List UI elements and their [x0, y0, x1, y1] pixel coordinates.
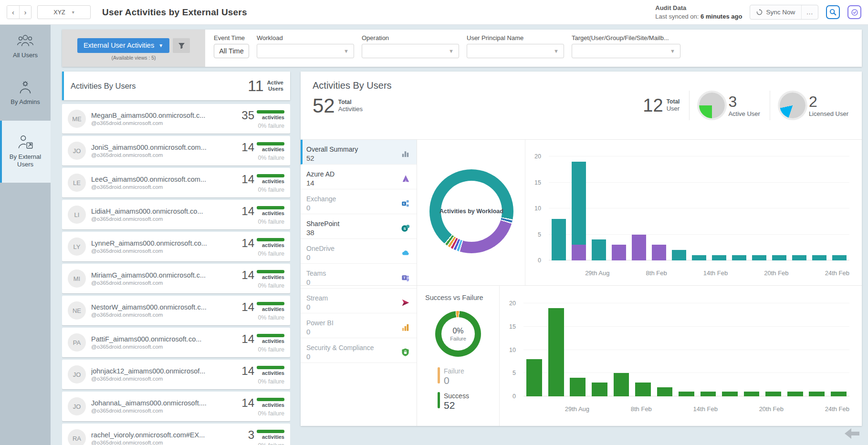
user-list-item[interactable]: JO JohannaL_aimams000.onmicrosoft.... @o… [62, 392, 290, 421]
failure-rate: 0% failure [241, 378, 284, 385]
chevron-down-icon: ▼ [449, 48, 454, 54]
workload-item-overall-summary[interactable]: Overall Summary52 [301, 140, 417, 165]
operation-filter: Operation ▼ [362, 34, 459, 67]
user-name: NestorW_aimams000.onmicrosoft.c... [91, 303, 236, 311]
chevron-down-icon: ▾ [72, 10, 74, 15]
avatar: JO [68, 142, 86, 160]
user-domain: @o365droid.onmicrosoft.com [91, 216, 236, 222]
workload-item-stream[interactable]: Stream0 [301, 289, 417, 313]
total-activities-value: 52 [313, 94, 335, 117]
user-list-item[interactable]: RA rachel_vioroly.onmicrosoft.com#EX... … [62, 424, 290, 445]
tenant-selector[interactable]: XYZ ▾ [37, 5, 91, 19]
activities-label: activities [262, 402, 284, 408]
last-synced: Last synced on: 6 minutes ago [655, 12, 742, 21]
divider [770, 91, 770, 120]
activity-bar [257, 238, 284, 241]
active-users-count: 11 [248, 77, 263, 95]
view-selector-button[interactable]: External User Activities▼ [77, 38, 169, 53]
target-dropdown[interactable]: ▼ [572, 44, 680, 58]
activities-by-workload-donut: Activities by Workload [429, 169, 513, 253]
failure-rate: 0% failure [241, 123, 284, 129]
activity-bar [257, 110, 284, 114]
user-list-item[interactable]: NE NestorW_aimams000.onmicrosoft.c... @o… [62, 296, 290, 325]
user-list-item[interactable]: MI MiriamG_aimams000.onmicrosoft.c... @o… [62, 264, 290, 293]
workload-filter: Workload ▼ [257, 34, 354, 67]
workload-item-power-bi[interactable]: Power BI0 [301, 313, 417, 338]
user-domain: @o365droid.onmicrosoft.com [91, 440, 243, 445]
user-list-item[interactable]: LY LynneR_aimams000.onmicrosoft.co... @o… [62, 232, 290, 261]
failure-rate: 0% failure [241, 218, 284, 225]
azure-ad-icon [401, 174, 410, 183]
upn-dropdown[interactable]: ▼ [467, 44, 564, 58]
target-filter: Target(User/Group/File/Site/Mailb... ▼ [572, 34, 680, 67]
user-domain: @o365droid.onmicrosoft.com [91, 376, 236, 382]
bar-chart-icon [401, 149, 410, 158]
sync-more-options-button[interactable]: ... [801, 5, 818, 19]
activities-label: activities [262, 434, 284, 440]
topbar: ‹ › XYZ ▾ User Activities by External Us… [0, 0, 868, 25]
user-list-item[interactable]: PA PattiF_aimams000.onmicrosoft.co... @o… [62, 328, 290, 357]
success-color-bar [438, 392, 440, 408]
activities-label: activities [262, 370, 284, 376]
workload-dropdown[interactable]: ▼ [257, 44, 354, 58]
user-activity-count: 14 [241, 269, 254, 282]
user-list-item[interactable]: LE LeeG_aimams000.onmicrosoft.com... @o3… [62, 168, 290, 197]
user-activity-count: 35 [241, 109, 254, 122]
user-name: LidiaH_aimams000.onmicrosoft.co... [91, 207, 236, 215]
user-name: rachel_vioroly.onmicrosoft.com#EX... [91, 431, 243, 439]
workload-item-sharepoint[interactable]: SharePoint38 S [301, 214, 417, 239]
active-user-label: Active User [728, 110, 760, 117]
workload-item-exchange[interactable]: Exchange0 E [301, 189, 417, 214]
activities-label: activities [262, 210, 284, 216]
divider [301, 285, 862, 286]
stream-icon [401, 298, 410, 307]
user-name: johnjack12_aimams000.onmicrosof... [91, 367, 236, 375]
activity-bar [257, 430, 284, 433]
powerbi-icon [401, 323, 410, 332]
failure-rate: 0% failure [241, 346, 284, 353]
activity-bar [257, 174, 284, 177]
operation-dropdown[interactable]: ▼ [362, 44, 459, 58]
chevron-down-icon: ▼ [554, 48, 559, 54]
user-activity-count: 14 [241, 332, 254, 346]
avatar: PA [68, 333, 86, 352]
chevron-down-icon: ▼ [158, 43, 163, 48]
avatar: LI [68, 206, 86, 224]
sidebar-item-all-users[interactable]: All Users [0, 25, 51, 66]
workload-item-onedrive[interactable]: OneDrive0 [301, 239, 417, 264]
user-list-item[interactable]: LI LidiaH_aimams000.onmicrosoft.co... @o… [62, 200, 290, 229]
clock-check-icon [851, 9, 858, 16]
workload-item-azure-ad[interactable]: Azure AD14 [301, 165, 417, 189]
avatar: ME [68, 110, 86, 128]
legend-failure: Failure 0 [438, 367, 469, 386]
user-activity-count: 14 [241, 396, 254, 410]
operation-filter-label: Operation [362, 34, 459, 41]
nav-back-button[interactable]: ‹ [7, 6, 19, 19]
list-title: Activities By Users [71, 82, 136, 91]
nav-forward-button[interactable]: › [19, 6, 31, 19]
user-list-item[interactable]: ME MeganB_aimams000.onmicrosoft.c... @o3… [62, 104, 290, 134]
success-vs-failure-panel: Success vs Failure 0% Failure Failure 0 … [418, 285, 500, 426]
user-activity-count: 14 [241, 300, 254, 314]
sync-now-button[interactable]: Sync Now [750, 5, 801, 19]
sidebar-item-by-admins[interactable]: By Admins [0, 71, 51, 113]
sidebar-item-by-external-users[interactable]: By External Users [0, 121, 51, 183]
avatar: JO [68, 397, 86, 415]
scheduler-button[interactable] [847, 5, 861, 19]
failure-percent: 0% [452, 327, 463, 335]
scroll-back-arrow[interactable] [844, 427, 860, 442]
filter-button[interactable] [173, 38, 190, 53]
search-button[interactable] [826, 5, 840, 19]
workload-item-security-compliance[interactable]: Security & Compliance0 [301, 338, 417, 363]
user-list-item[interactable]: JO johnjack12_aimams000.onmicrosof... @o… [62, 360, 290, 389]
avatar: RA [68, 429, 86, 445]
activities-label: activities [262, 338, 284, 344]
avatar: MI [68, 269, 86, 288]
success-bar-chart: 05101520 29th Aug8th Feb14th Feb20th Feb… [503, 290, 855, 421]
sidebar-item-label: All Users [2, 52, 49, 59]
failure-rate: 0% failure [241, 155, 284, 161]
event-time-value[interactable]: All Time [214, 44, 249, 58]
activity-bar [257, 302, 284, 305]
user-list: ME MeganB_aimams000.onmicrosoft.c... @o3… [62, 104, 290, 445]
user-list-item[interactable]: JO JoniS_aimams000.onmicrosoft.com... @o… [62, 136, 290, 166]
